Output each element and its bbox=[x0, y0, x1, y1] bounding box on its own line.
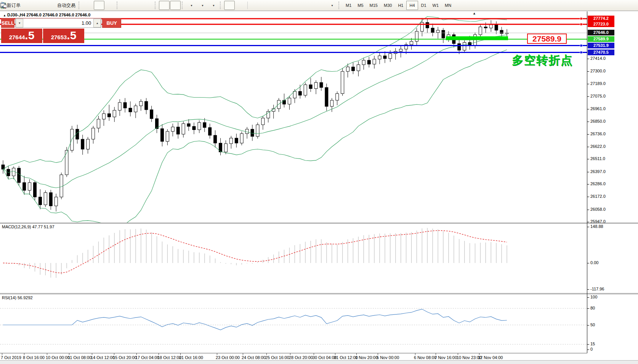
text-tool[interactable]: A bbox=[305, 1, 315, 10]
time-tick-mark bbox=[180, 353, 181, 355]
candle-body bbox=[341, 71, 344, 93]
indicators-button[interactable]: ▾ bbox=[186, 1, 197, 10]
arrows-caret-icon: ▾ bbox=[331, 4, 333, 7]
periods-button[interactable]: ▾ bbox=[197, 1, 208, 10]
text-label-tool[interactable]: T bbox=[316, 1, 326, 10]
horizontal-line-tool[interactable] bbox=[260, 1, 271, 10]
buy-price-pip: .5 bbox=[67, 29, 76, 42]
timeframe-button-m5[interactable]: M5 bbox=[354, 1, 366, 10]
mql-community-button[interactable] bbox=[23, 1, 34, 10]
sell-price-display[interactable]: 27644 .5 bbox=[1, 29, 42, 43]
candle-body bbox=[198, 122, 201, 130]
candle-body bbox=[214, 135, 217, 143]
candle-body bbox=[139, 101, 143, 106]
candle-body bbox=[304, 85, 307, 95]
signals-button[interactable] bbox=[45, 1, 56, 10]
cursor-button[interactable] bbox=[224, 1, 235, 10]
pivot-note-text[interactable]: 多空转折点 bbox=[512, 53, 573, 68]
candle-body bbox=[113, 110, 116, 117]
candle-body bbox=[55, 197, 58, 206]
timeframe-button-mn[interactable]: MN bbox=[442, 1, 454, 10]
axis-tick-mark bbox=[587, 84, 589, 84]
timeframe-button-h1[interactable]: H1 bbox=[395, 1, 406, 10]
candle-body bbox=[145, 101, 148, 110]
volume-increase-button[interactable]: ▲ bbox=[93, 19, 101, 27]
arrows-tool[interactable]: ▾ bbox=[327, 1, 337, 10]
time-tick-mark bbox=[378, 353, 378, 355]
candle-body bbox=[203, 122, 206, 127]
profile-button[interactable] bbox=[34, 1, 45, 10]
timeframe-button-h4[interactable]: H4 bbox=[406, 1, 418, 10]
candle-body bbox=[330, 100, 333, 106]
zoom-in-button[interactable] bbox=[121, 1, 131, 10]
collapse-arrow-icon[interactable]: ▲ bbox=[3, 14, 6, 17]
fibonacci-tool[interactable]: F bbox=[293, 1, 304, 10]
time-axis[interactable]: 7 Oct 20198 Oct 16:0010 Oct 00:0011 Oct … bbox=[0, 353, 638, 360]
trendline-tool[interactable] bbox=[271, 1, 282, 10]
rsi-scale-tick: 100 bbox=[590, 295, 597, 299]
time-axis-label: 31 Oct 12:00 bbox=[334, 355, 358, 360]
auto-scroll-button[interactable] bbox=[159, 1, 170, 10]
toolbar-grip bbox=[338, 2, 341, 9]
axis-tick-mark bbox=[587, 263, 589, 263]
status-bar bbox=[0, 360, 638, 364]
time-tick-mark bbox=[266, 353, 267, 355]
buy-price-display[interactable]: 27653 .5 bbox=[43, 29, 84, 43]
volume-input[interactable] bbox=[23, 19, 93, 27]
macd-panel[interactable] bbox=[0, 224, 587, 293]
candle-body bbox=[309, 85, 312, 88]
candle-body bbox=[378, 56, 381, 59]
candle-body bbox=[28, 183, 31, 190]
timeframe-button-w1[interactable]: W1 bbox=[430, 1, 442, 10]
time-tick-mark bbox=[92, 353, 92, 355]
scroll-to-end-marker[interactable]: ▲ bbox=[473, 11, 476, 15]
new-order-button[interactable]: 新订单 bbox=[6, 1, 22, 10]
time-axis-label: 6 Nov 08:00 bbox=[414, 355, 436, 360]
vertical-line-tool[interactable] bbox=[249, 1, 260, 10]
candle-body bbox=[410, 41, 413, 45]
timeframe-button-m1[interactable]: M1 bbox=[343, 1, 354, 10]
timeframe-button-m15[interactable]: M15 bbox=[367, 1, 381, 10]
chat-icon[interactable] bbox=[0, 2, 8, 9]
tile-windows-button[interactable] bbox=[143, 1, 154, 10]
candle-body bbox=[81, 139, 84, 149]
candle-body bbox=[463, 42, 466, 50]
auto-trading-button[interactable]: 自动交易 bbox=[56, 1, 77, 10]
timeframe-button-d1[interactable]: D1 bbox=[418, 1, 430, 10]
toolbar: 新订单 自动交易 bbox=[0, 0, 638, 11]
candlestick-chart-button[interactable] bbox=[94, 1, 104, 10]
templates-button[interactable]: ▾ bbox=[208, 1, 219, 10]
zoom-out-button[interactable] bbox=[132, 1, 143, 10]
bar-chart-button[interactable] bbox=[83, 1, 93, 10]
axis-tick-mark bbox=[587, 227, 589, 227]
sell-button[interactable]: SELL bbox=[1, 18, 14, 28]
axis-tick-mark bbox=[587, 109, 589, 109]
candle-body bbox=[208, 128, 212, 135]
chart-ohlc-header: ▲ DJ30-,H4 27646.0 27646.0 27646.0 27646… bbox=[3, 13, 90, 17]
time-axis-label: 7 Nov 16:00 bbox=[434, 355, 457, 360]
volume-decrease-button[interactable]: ▼ bbox=[16, 19, 23, 27]
line-chart-button[interactable] bbox=[105, 1, 115, 10]
candle-body bbox=[389, 54, 392, 59]
chart-shift-button[interactable] bbox=[170, 1, 181, 10]
equidistant-channel-tool[interactable]: E bbox=[282, 1, 293, 10]
timeframe-button-m30[interactable]: M30 bbox=[381, 1, 395, 10]
rsi-panel[interactable] bbox=[0, 294, 587, 353]
time-tick-mark bbox=[458, 353, 458, 355]
buy-button[interactable]: BUY bbox=[102, 18, 121, 28]
time-tick-mark bbox=[290, 353, 290, 355]
candle-body bbox=[288, 98, 291, 104]
main-chart[interactable] bbox=[0, 11, 587, 223]
macd-signal-line bbox=[3, 231, 507, 273]
sell-price-main: 27644 bbox=[9, 34, 25, 40]
price-tag: 27723.0 bbox=[588, 21, 614, 27]
time-axis-label: 1 Nov 20:00 bbox=[355, 355, 378, 360]
pivot-price-label[interactable]: 27589.9 bbox=[527, 34, 567, 44]
crosshair-button[interactable] bbox=[235, 1, 246, 10]
time-tick-mark bbox=[314, 353, 314, 355]
candle-body bbox=[224, 144, 227, 152]
auto-trading-label: 自动交易 bbox=[57, 2, 76, 9]
rsi-scale-tick: 15 bbox=[590, 342, 595, 346]
time-tick-mark bbox=[415, 353, 415, 355]
candle-body bbox=[92, 128, 95, 139]
